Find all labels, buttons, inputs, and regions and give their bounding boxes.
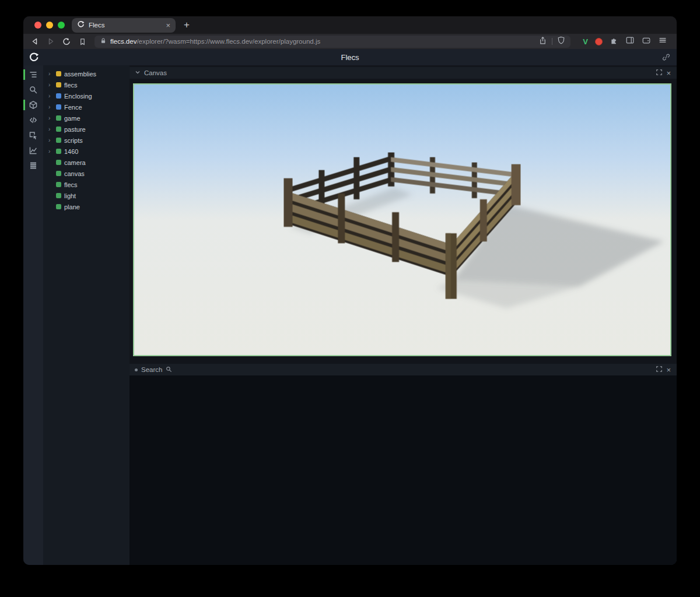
search-close-icon[interactable]: × — [666, 366, 671, 374]
v-extension-icon[interactable]: V — [583, 37, 588, 46]
outline-tree-icon[interactable] — [23, 69, 43, 80]
reload-button[interactable] — [61, 36, 72, 47]
entity-color-square — [56, 182, 61, 187]
expand-chevron[interactable]: › — [48, 115, 53, 121]
app-body: › assemblies › flecs › Enclosing — [23, 65, 677, 565]
extensions-puzzle-icon[interactable] — [610, 36, 618, 47]
url-bar[interactable]: flecs.dev/explorer/?wasm=https://www.fle… — [94, 36, 570, 48]
entity-color-square — [56, 127, 61, 132]
extension-cluster: V — [577, 36, 671, 47]
expand-chevron[interactable]: › — [48, 71, 53, 77]
expand-chevron[interactable]: › — [48, 93, 53, 99]
panel-dot-icon[interactable] — [135, 368, 138, 371]
tree-row[interactable]: › assemblies — [43, 68, 130, 79]
flecs-explorer-app: Flecs — [23, 49, 677, 565]
entity-color-square — [56, 71, 61, 76]
tree-row[interactable]: › flecs — [43, 79, 130, 90]
app-header: Flecs — [23, 49, 677, 65]
brave-shield-icon[interactable] — [557, 36, 565, 47]
search-panel-title: Search — [141, 366, 162, 373]
url-path: /explorer/?wasm=https://www.flecs.dev/ex… — [136, 38, 320, 45]
share-link-icon[interactable] — [662, 53, 670, 61]
url-domain: flecs.dev — [110, 38, 136, 45]
wallet-icon[interactable] — [642, 36, 651, 47]
new-tab-button[interactable]: + — [184, 19, 190, 31]
entity-color-square — [56, 160, 61, 165]
browser-toolbar: flecs.dev/explorer/?wasm=https://www.fle… — [23, 34, 677, 49]
browser-tab[interactable]: Flecs × — [72, 18, 176, 33]
url-text: flecs.dev/explorer/?wasm=https://www.fle… — [110, 38, 320, 45]
stats-rows-icon[interactable] — [23, 160, 43, 171]
traffic-lights — [23, 22, 72, 29]
fullscreen-icon[interactable] — [656, 69, 663, 77]
chevron-down-icon[interactable] — [135, 69, 141, 76]
tree-row[interactable]: › Fence — [43, 101, 130, 113]
tab-favicon-flecs-logo-icon — [77, 20, 85, 30]
canvas-3d-viewport[interactable] — [133, 83, 671, 356]
tree-row[interactable]: › canvas — [43, 168, 130, 179]
tree-row[interactable]: › 1460 — [43, 146, 130, 157]
entity-label: canvas — [64, 170, 85, 177]
expand-chevron[interactable]: › — [48, 82, 53, 88]
sidebar-panel-icon[interactable] — [625, 36, 635, 47]
entity-label: scripts — [64, 137, 83, 144]
forward-button[interactable] — [45, 36, 57, 47]
entity-color-square — [56, 138, 61, 143]
tree-row[interactable]: › pasture — [43, 124, 130, 135]
back-button[interactable] — [29, 36, 41, 47]
browser-window: Flecs × + flecs.dev/explorer/?wasm=https… — [23, 16, 677, 565]
entity-color-square — [56, 171, 61, 176]
search-results-area — [130, 375, 677, 565]
tree-row[interactable]: › flecs — [43, 179, 130, 190]
tab-strip: Flecs × + — [23, 16, 677, 34]
close-window-button[interactable] — [34, 22, 41, 29]
entity-color-square — [56, 193, 61, 198]
entity-label: light — [64, 192, 76, 199]
entity-label: flecs — [64, 82, 78, 89]
url-divider — [552, 38, 552, 45]
canvas-panel-title: Canvas — [144, 69, 167, 76]
tree-row[interactable]: › scripts — [43, 135, 130, 146]
entity-label: game — [64, 115, 80, 122]
expand-chevron[interactable]: › — [48, 104, 53, 110]
expand-chevron[interactable]: › — [48, 138, 53, 143]
tree-row[interactable]: › Enclosing — [43, 90, 130, 101]
cube-icon[interactable] — [23, 99, 43, 111]
url-bar-actions — [538, 36, 565, 47]
bookmark-icon[interactable] — [76, 36, 88, 47]
search-panel-header: Search × — [130, 364, 677, 375]
left-icon-sidebar — [23, 65, 43, 565]
entity-color-square — [56, 149, 61, 154]
menu-hamburger-icon[interactable] — [658, 36, 667, 47]
entity-label: flecs — [64, 181, 78, 188]
code-icon[interactable] — [23, 114, 43, 126]
fence-3d-render — [134, 85, 670, 355]
entity-tree-panel: › assemblies › flecs › Enclosing — [43, 65, 130, 565]
page-title: Flecs — [23, 53, 677, 62]
canvas-close-icon[interactable]: × — [666, 69, 671, 77]
zoom-window-button[interactable] — [58, 22, 65, 29]
tree-row[interactable]: › plane — [43, 201, 130, 212]
tree-row[interactable]: › light — [43, 190, 130, 201]
entity-label: Enclosing — [64, 93, 92, 100]
magnifier-icon — [166, 366, 172, 374]
tree-row[interactable]: › game — [43, 113, 130, 124]
expand-chevron[interactable]: › — [48, 149, 53, 154]
entity-label: pasture — [64, 126, 86, 133]
share-icon[interactable] — [538, 36, 547, 47]
search-icon[interactable] — [23, 84, 43, 96]
tree-row[interactable]: › camera — [43, 157, 130, 168]
chart-icon[interactable] — [23, 145, 43, 156]
fullscreen-icon[interactable] — [656, 366, 663, 374]
lock-icon — [100, 36, 107, 47]
entity-label: 1460 — [64, 148, 78, 155]
tab-close-icon[interactable]: × — [166, 22, 170, 29]
entity-color-square — [56, 93, 61, 99]
main-panel-area: Canvas × — [130, 65, 677, 565]
inspect-cursor-icon[interactable] — [23, 129, 43, 141]
red-extension-icon[interactable] — [595, 38, 603, 45]
expand-chevron[interactable]: › — [48, 127, 53, 132]
entity-label: plane — [64, 203, 80, 210]
canvas-panel-header: Canvas × — [130, 67, 677, 79]
minimize-window-button[interactable] — [46, 22, 53, 29]
